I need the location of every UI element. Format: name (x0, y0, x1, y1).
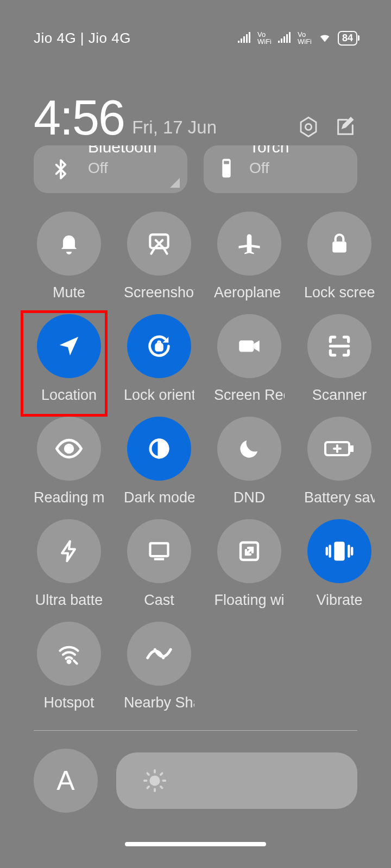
bluetooth-tile[interactable]: Bluetooth Off (34, 145, 187, 193)
battery-pct: 84 (338, 31, 357, 46)
bluetooth-status: Off (88, 159, 157, 177)
tile-screenshot[interactable]: Screenshot (124, 212, 194, 301)
brightness-row: A (34, 749, 357, 813)
screenshot-icon (127, 212, 191, 276)
tile-label: Nearby Sha (124, 694, 194, 711)
tile-hotspot[interactable]: Hotspot (34, 622, 104, 711)
tile-cast[interactable]: Cast (124, 519, 194, 609)
eye-icon (37, 417, 101, 481)
tile-label: Aeroplane m (214, 284, 285, 301)
grid-divider (34, 730, 357, 731)
torch-tile[interactable]: Torch Off (204, 145, 357, 193)
tile-label: Battery sav (304, 489, 375, 506)
floating-icon (217, 519, 281, 583)
tile-bell[interactable]: Mute (34, 212, 104, 301)
tile-location[interactable]: Location (34, 314, 104, 404)
tile-label: Screen Rec (214, 387, 285, 404)
status-icons: Vo WiFi Vo WiFi 84 (237, 31, 357, 46)
svg-rect-15 (334, 542, 344, 561)
svg-rect-6 (156, 344, 162, 350)
tile-label: Hotspot (43, 694, 94, 711)
vowifi-label-1: Vo WiFi (257, 31, 272, 45)
torch-icon (220, 157, 233, 182)
auto-brightness-button[interactable]: A (34, 749, 98, 813)
tile-airplane[interactable]: Aeroplane m (214, 212, 285, 301)
battery-indicator: 84 (338, 31, 357, 46)
tile-lock[interactable]: Lock screen (304, 212, 375, 301)
svg-rect-3 (224, 161, 229, 164)
vibrate-icon (307, 519, 371, 583)
tile-label: Lock screen (304, 284, 375, 301)
svg-point-8 (65, 445, 73, 452)
torch-title: Torch (249, 145, 289, 156)
tile-label: Vibrate (316, 592, 362, 609)
nearby-icon (127, 622, 191, 686)
tile-floating[interactable]: Floating wi (214, 519, 285, 609)
tile-scan[interactable]: Scanner (304, 314, 375, 404)
svg-rect-12 (150, 543, 168, 556)
hotspot-icon (37, 622, 101, 686)
videocam-icon (217, 314, 281, 378)
svg-rect-11 (350, 445, 354, 452)
quick-settings-grid: MuteScreenshotAeroplane mLock screenLoca… (34, 212, 357, 711)
bluetooth-title: Bluetooth (88, 145, 157, 156)
tile-label: Screenshot (124, 284, 194, 301)
cast-icon (127, 519, 191, 583)
tile-label: Mute (53, 284, 85, 301)
status-bar: Jio 4G | Jio 4G Vo WiFi Vo WiFi 84 (0, 0, 391, 76)
tile-label: Scanner (312, 387, 367, 404)
location-icon (37, 314, 101, 378)
tile-darkmode[interactable]: Dark mode (124, 417, 194, 506)
brightness-slider[interactable] (116, 752, 357, 809)
svg-rect-4 (150, 234, 168, 248)
clock-date: Fri, 17 Jun (132, 117, 217, 138)
tile-moon[interactable]: DND (214, 417, 285, 506)
clock-time: 4:56 (34, 93, 124, 142)
svg-line-24 (147, 787, 149, 788)
tile-bolt[interactable]: Ultra batte (34, 519, 104, 609)
svg-point-16 (68, 660, 71, 663)
tile-rotationlock[interactable]: Lock orient (124, 314, 194, 404)
tile-label: Cast (144, 592, 174, 609)
edit-icon[interactable] (333, 115, 357, 139)
lock-icon (307, 212, 371, 276)
svg-rect-7 (239, 341, 254, 352)
svg-point-1 (305, 124, 311, 130)
tile-label: DND (234, 489, 266, 506)
tile-vibrate[interactable]: Vibrate (304, 519, 375, 609)
scan-icon (307, 314, 371, 378)
svg-rect-5 (332, 241, 346, 252)
tile-videocam[interactable]: Screen Rec (214, 314, 285, 404)
svg-line-21 (161, 787, 162, 788)
tile-label: Ultra batte (35, 592, 103, 609)
qs-header: 4:56 Fri, 17 Jun (34, 93, 357, 142)
expand-corner-icon (170, 178, 180, 188)
airplane-icon (217, 212, 281, 276)
tile-label: Floating wi (214, 592, 284, 609)
svg-line-20 (147, 773, 149, 775)
wifi-icon (317, 32, 332, 44)
signal-icon-1 (237, 32, 252, 44)
tile-label: Location (41, 387, 97, 404)
signal-icon-2 (277, 32, 292, 44)
carrier-label: Jio 4G | Jio 4G (34, 30, 131, 47)
bluetooth-icon (50, 157, 72, 182)
tile-eye[interactable]: Reading mo (34, 417, 104, 506)
rotationlock-icon (127, 314, 191, 378)
torch-status: Off (249, 159, 289, 177)
moon-icon (217, 417, 281, 481)
tile-label: Reading mo (34, 489, 104, 506)
svg-marker-0 (301, 118, 316, 137)
wide-tile-row: Bluetooth Off Torch Off (34, 145, 357, 193)
home-indicator (125, 842, 266, 846)
settings-icon[interactable] (297, 115, 320, 139)
tile-batteryplus[interactable]: Battery sav (304, 417, 375, 506)
batteryplus-icon (307, 417, 371, 481)
bolt-icon (37, 519, 101, 583)
bell-icon (37, 212, 101, 276)
svg-line-25 (161, 773, 162, 775)
svg-point-17 (150, 776, 159, 784)
tile-nearby[interactable]: Nearby Sha (124, 622, 194, 711)
brightness-sun-icon (142, 768, 167, 793)
tile-label: Lock orient (124, 387, 194, 404)
